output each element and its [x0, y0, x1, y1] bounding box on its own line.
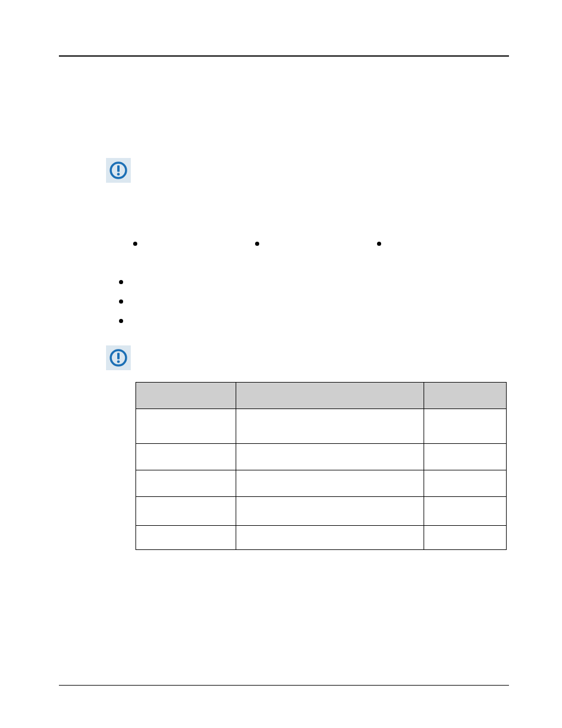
table-cell	[424, 444, 507, 470]
horizontal-bullet-row	[106, 242, 497, 246]
notice-block-1	[106, 158, 497, 183]
bullet-dot-icon	[255, 242, 259, 246]
spacer	[106, 195, 497, 230]
footer-rule	[59, 685, 509, 686]
footer-line	[59, 689, 509, 697]
table-row	[136, 470, 507, 497]
table-cell	[136, 526, 236, 550]
table-header-cell	[424, 383, 507, 409]
svg-rect-4	[117, 353, 120, 360]
footer	[59, 685, 509, 697]
table-cell	[236, 444, 424, 470]
h-bullet-2	[255, 242, 265, 246]
table-row	[136, 409, 507, 444]
important-icon	[106, 345, 131, 370]
v-bullet-3	[119, 319, 497, 323]
vertical-bullet-list	[106, 280, 497, 323]
content-area	[106, 70, 497, 550]
v-bullet-2	[119, 299, 497, 304]
bullet-dot-icon	[119, 319, 123, 323]
notice-block-2	[106, 345, 497, 370]
bullet-dot-icon	[119, 299, 123, 304]
bullet-dot-icon	[377, 242, 381, 246]
table-cell	[136, 497, 236, 526]
table-cell	[424, 409, 507, 444]
page	[0, 0, 562, 728]
notice-1-text	[139, 158, 497, 183]
svg-point-5	[117, 360, 120, 363]
table-cell	[236, 409, 424, 444]
bullet-dot-icon	[133, 242, 137, 246]
table-cell	[136, 444, 236, 470]
data-table	[135, 382, 507, 550]
spacer	[106, 70, 497, 158]
table-header-row	[136, 383, 507, 409]
table-cell	[236, 497, 424, 526]
notice-2-text	[139, 345, 497, 370]
important-icon	[106, 158, 131, 183]
table-header-cell	[236, 383, 424, 409]
v-bullet-1	[119, 280, 497, 284]
svg-rect-1	[117, 166, 120, 172]
svg-point-2	[117, 173, 120, 176]
table-cell	[136, 409, 236, 444]
table-cell	[236, 526, 424, 550]
table-cell	[424, 470, 507, 497]
table-row	[136, 444, 507, 470]
h-bullet-3	[377, 242, 387, 246]
spacer	[106, 338, 497, 345]
table-cell	[136, 470, 236, 497]
table-header-cell	[136, 383, 236, 409]
table-container	[135, 382, 497, 550]
spacer	[106, 263, 497, 276]
table-cell	[424, 526, 507, 550]
table-cell	[236, 470, 424, 497]
table-cell	[424, 497, 507, 526]
bullet-dot-icon	[119, 280, 123, 284]
h-bullet-1	[133, 242, 143, 246]
table-row	[136, 497, 507, 526]
header-rule	[59, 55, 509, 57]
header	[59, 35, 509, 53]
table-row	[136, 526, 507, 550]
